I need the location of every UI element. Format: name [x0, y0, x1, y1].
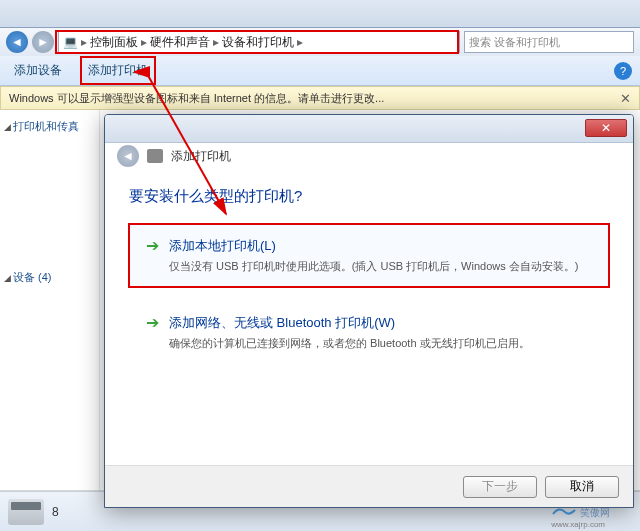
nav-section-label: 设备 (4): [13, 270, 52, 285]
toolbar: 添加设备 添加打印机 ?: [0, 56, 640, 86]
address-bar: ◄ ► 💻 ▸ 控制面板 ▸ 硬件和声音 ▸ 设备和打印机 ▸ 搜索 设备和打印…: [0, 28, 640, 56]
info-text: Windows 可以显示增强型设备图标和来自 Internet 的信息。请单击进…: [9, 91, 384, 106]
nav-pane: ◢ 打印机和传真 ◢ 设备 (4): [0, 110, 100, 490]
cancel-button[interactable]: 取消: [545, 476, 619, 498]
dialog-header-text: 添加打印机: [171, 148, 231, 165]
dialog-footer: 下一步 取消: [105, 465, 633, 507]
status-count: 8: [52, 505, 59, 519]
dialog-back-button[interactable]: ◄: [117, 145, 139, 167]
chevron-right-icon: ▸: [294, 35, 306, 49]
add-printer-label: 添加打印机: [88, 63, 148, 77]
breadcrumb-item[interactable]: 硬件和声音: [150, 34, 210, 51]
option-desc: 仅当没有 USB 打印机时使用此选项。(插入 USB 打印机后，Windows …: [169, 259, 578, 274]
next-button[interactable]: 下一步: [463, 476, 537, 498]
arrow-right-icon: ➔: [146, 315, 159, 351]
window-titlebar: [0, 0, 640, 28]
breadcrumb-root-icon: 💻: [63, 35, 78, 49]
dialog-title: 要安装什么类型的打印机?: [129, 187, 609, 206]
option-title: 添加本地打印机(L): [169, 237, 578, 255]
close-button[interactable]: ✕: [585, 119, 627, 137]
add-device-button[interactable]: 添加设备: [8, 58, 68, 83]
triangle-icon: ◢: [4, 273, 11, 283]
devices-icon: [8, 499, 44, 525]
nav-section-printers[interactable]: ◢ 打印机和传真: [4, 116, 95, 137]
breadcrumb-item[interactable]: 控制面板: [90, 34, 138, 51]
breadcrumb[interactable]: 💻 ▸ 控制面板 ▸ 硬件和声音 ▸ 设备和打印机 ▸: [58, 31, 460, 53]
nav-section-devices[interactable]: ◢ 设备 (4): [4, 267, 95, 288]
search-input[interactable]: 搜索 设备和打印机: [464, 31, 634, 53]
option-title: 添加网络、无线或 Bluetooth 打印机(W): [169, 314, 530, 332]
chevron-right-icon: ▸: [210, 35, 222, 49]
dialog-titlebar[interactable]: ✕: [105, 115, 633, 143]
dialog-body: 要安装什么类型的打印机? ➔ 添加本地打印机(L) 仅当没有 USB 打印机时使…: [105, 169, 633, 396]
add-printer-dialog: ✕ ◄ 添加打印机 要安装什么类型的打印机? ➔ 添加本地打印机(L) 仅当没有…: [104, 114, 634, 508]
printer-icon: [147, 149, 163, 163]
nav-section-label: 打印机和传真: [13, 119, 79, 134]
arrow-right-icon: ➔: [146, 238, 159, 274]
add-printer-button[interactable]: 添加打印机: [82, 58, 154, 83]
option-network-printer[interactable]: ➔ 添加网络、无线或 Bluetooth 打印机(W) 确保您的计算机已连接到网…: [129, 301, 609, 364]
dialog-header: ◄ 添加打印机: [105, 143, 633, 169]
chevron-right-icon: ▸: [78, 35, 90, 49]
option-desc: 确保您的计算机已连接到网络，或者您的 Bluetooth 或无线打印机已启用。: [169, 336, 530, 351]
close-icon[interactable]: ✕: [620, 91, 631, 106]
info-bar[interactable]: Windows 可以显示增强型设备图标和来自 Internet 的信息。请单击进…: [0, 86, 640, 110]
search-placeholder: 搜索 设备和打印机: [469, 35, 560, 50]
nav-back-button[interactable]: ◄: [6, 31, 28, 53]
help-icon[interactable]: ?: [614, 62, 632, 80]
chevron-right-icon: ▸: [138, 35, 150, 49]
breadcrumb-item[interactable]: 设备和打印机: [222, 34, 294, 51]
nav-forward-button[interactable]: ►: [32, 31, 54, 53]
triangle-icon: ◢: [4, 122, 11, 132]
option-local-printer[interactable]: ➔ 添加本地打印机(L) 仅当没有 USB 打印机时使用此选项。(插入 USB …: [129, 224, 609, 287]
